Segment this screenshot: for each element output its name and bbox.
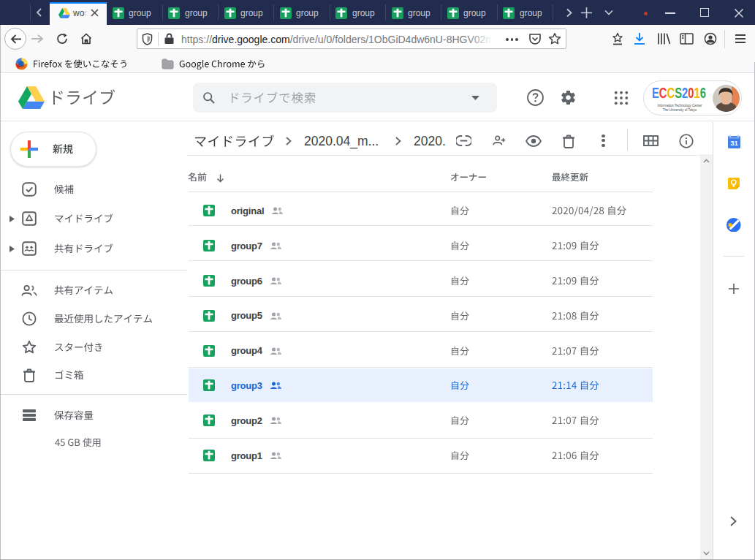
svg-text:ECCS2016: ECCS2016	[652, 85, 706, 101]
svg-text:31: 31	[730, 139, 738, 147]
